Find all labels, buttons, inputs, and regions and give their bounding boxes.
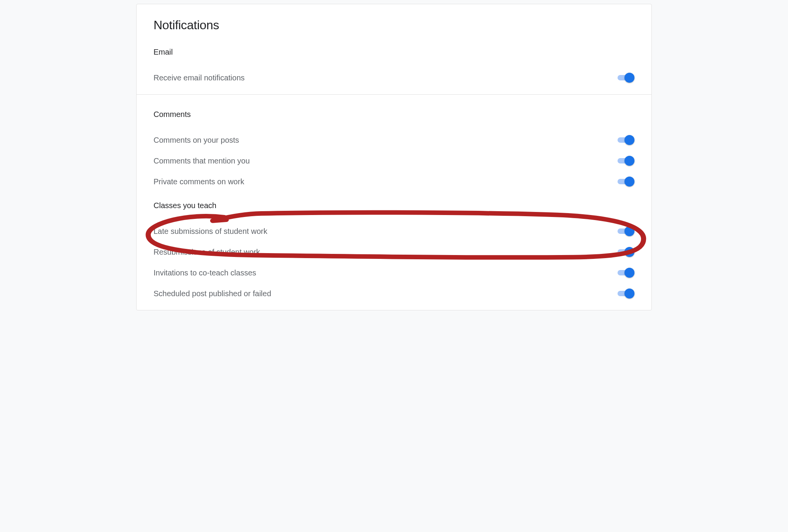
notifications-card: Notifications Email Receive email notifi… xyxy=(136,4,652,310)
email-section: Notifications Email Receive email notifi… xyxy=(137,4,651,95)
scheduled-post-toggle[interactable] xyxy=(618,289,634,299)
coteach-invites-toggle[interactable] xyxy=(618,268,634,278)
scheduled-post-label: Scheduled post published or failed xyxy=(154,289,271,298)
coteach-invites-label: Invitations to co-teach classes xyxy=(154,269,256,277)
receive-email-toggle[interactable] xyxy=(618,73,634,83)
private-comments-row: Private comments on work xyxy=(154,171,634,192)
comments-on-posts-label: Comments on your posts xyxy=(154,136,239,145)
classes-teach-title: Classes you teach xyxy=(154,201,634,210)
receive-email-row: Receive email notifications xyxy=(154,67,634,88)
resubmissions-label: Resubmissions of student work xyxy=(154,248,260,257)
coteach-invites-row: Invitations to co-teach classes xyxy=(154,262,634,283)
toggle-thumb xyxy=(624,156,634,166)
comments-on-posts-toggle[interactable] xyxy=(618,135,634,145)
late-submissions-label: Late submissions of student work xyxy=(154,227,267,236)
toggle-thumb xyxy=(624,73,634,83)
toggle-thumb xyxy=(624,247,634,257)
mention-you-label: Comments that mention you xyxy=(154,157,250,165)
toggle-thumb xyxy=(624,135,634,145)
comments-section: Comments Comments on your posts Comments… xyxy=(137,95,651,310)
email-section-title: Email xyxy=(154,48,634,57)
toggle-thumb xyxy=(624,177,634,187)
late-submissions-toggle[interactable] xyxy=(618,226,634,236)
page-title: Notifications xyxy=(154,18,634,32)
toggle-thumb xyxy=(624,268,634,278)
private-comments-toggle[interactable] xyxy=(618,177,634,187)
private-comments-label: Private comments on work xyxy=(154,177,244,186)
resubmissions-row: Resubmissions of student work xyxy=(154,242,634,262)
comments-section-title: Comments xyxy=(154,110,634,119)
late-submissions-row: Late submissions of student work xyxy=(154,221,634,242)
toggle-thumb xyxy=(624,289,634,299)
receive-email-label: Receive email notifications xyxy=(154,73,245,82)
comments-on-posts-row: Comments on your posts xyxy=(154,130,634,150)
toggle-thumb xyxy=(624,226,634,236)
mention-you-row: Comments that mention you xyxy=(154,150,634,171)
scheduled-post-row: Scheduled post published or failed xyxy=(154,283,634,304)
resubmissions-toggle[interactable] xyxy=(618,247,634,257)
mention-you-toggle[interactable] xyxy=(618,156,634,166)
